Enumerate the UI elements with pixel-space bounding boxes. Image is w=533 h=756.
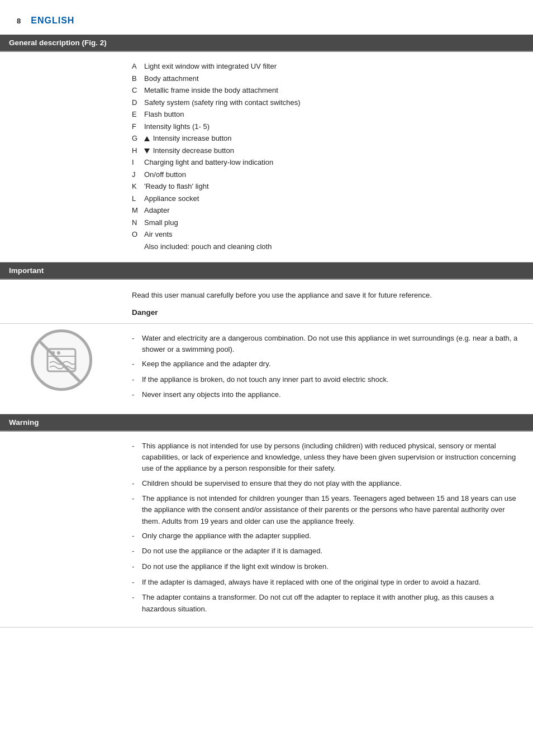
triangle-down-icon bbox=[144, 149, 150, 154]
general-desc-header-row: General description (Fig. 2) bbox=[0, 35, 533, 51]
appliance-icon bbox=[42, 341, 81, 380]
intensity-increase-label: Intensity increase button bbox=[153, 134, 232, 142]
list-item: -The appliance is not intended for child… bbox=[132, 493, 524, 527]
intensity-decrease-label: Intensity decrease button bbox=[153, 146, 234, 155]
list-item-also-included: Also included: pouch and cleaning cloth bbox=[132, 241, 524, 252]
main-table: General description (Fig. 2) ALight exit… bbox=[0, 35, 533, 628]
general-desc-content-row: ALight exit window with integrated UV fi… bbox=[0, 51, 533, 262]
danger-bullets-cell: -Water and electricity are a dangerous c… bbox=[123, 323, 533, 414]
warning-bullet-list: -This appliance is not intended for use … bbox=[132, 437, 524, 621]
important-content-row: Read this user manual carefully before y… bbox=[0, 279, 533, 323]
page-number: 8 bbox=[17, 17, 21, 25]
list-item: ALight exit window with integrated UV fi… bbox=[132, 61, 524, 72]
list-item: -Never insert any objects into the appli… bbox=[132, 389, 524, 401]
danger-icon-cell bbox=[0, 323, 123, 414]
important-intro: Read this user manual carefully before y… bbox=[132, 285, 524, 304]
list-item: CMetallic frame inside the body attachme… bbox=[132, 85, 524, 96]
list-item: -Do not use the appliance or the adapter… bbox=[132, 546, 524, 558]
list-item: -Keep the appliance and the adapter dry. bbox=[132, 358, 524, 371]
list-item: BBody attachment bbox=[132, 73, 524, 84]
list-item: FIntensity lights (1- 5) bbox=[132, 121, 524, 132]
danger-bullet-list: -Water and electricity are a dangerous c… bbox=[132, 329, 524, 408]
general-desc-right: ALight exit window with integrated UV fi… bbox=[123, 51, 533, 262]
list-item: OAir vents bbox=[132, 229, 524, 240]
list-item: EFlash button bbox=[132, 109, 524, 120]
important-left bbox=[0, 279, 123, 323]
warning-bullets-cell: -This appliance is not intended for use … bbox=[123, 431, 533, 627]
list-item: DSafety system (safety ring with contact… bbox=[132, 97, 524, 108]
list-item: -If the adapter is damaged, always have … bbox=[132, 577, 524, 589]
general-desc-header: General description (Fig. 2) bbox=[0, 35, 533, 51]
list-item: -Children should be supervised to ensure… bbox=[132, 478, 524, 490]
page-header: 8 ENGLISH bbox=[0, 11, 533, 35]
danger-subtitle: Danger bbox=[132, 308, 524, 317]
list-item: -If the appliance is broken, do not touc… bbox=[132, 374, 524, 386]
list-item-intensity-increase: G Intensity increase button bbox=[132, 133, 524, 144]
important-right: Read this user manual carefully before y… bbox=[123, 279, 533, 323]
important-header: Important bbox=[0, 262, 533, 280]
list-item-intensity-decrease: H Intensity decrease button bbox=[132, 145, 524, 156]
list-item: NSmall plug bbox=[132, 217, 524, 228]
svg-point-2 bbox=[51, 351, 55, 355]
desc-list: ALight exit window with integrated UV fi… bbox=[132, 58, 524, 256]
page: 8 ENGLISH General description (Fig. 2) A… bbox=[0, 0, 533, 639]
svg-point-3 bbox=[57, 351, 60, 355]
list-item: -This appliance is not intended for use … bbox=[132, 441, 524, 474]
list-item: -Do not use the appliance if the light e… bbox=[132, 561, 524, 573]
list-item: LAppliance socket bbox=[132, 193, 524, 204]
list-item: JOn/off button bbox=[132, 169, 524, 180]
list-item: MAdapter bbox=[132, 205, 524, 216]
danger-content-row: -Water and electricity are a dangerous c… bbox=[0, 323, 533, 414]
list-item: -Only charge the appliance with the adap… bbox=[132, 530, 524, 543]
warning-header-row: Warning bbox=[0, 414, 533, 432]
warning-left bbox=[0, 431, 123, 627]
general-desc-left bbox=[0, 51, 123, 262]
no-water-icon bbox=[31, 329, 92, 391]
warning-header: Warning bbox=[0, 414, 533, 432]
list-item: -Water and electricity are a dangerous c… bbox=[132, 333, 524, 355]
list-item: K'Ready to flash' light bbox=[132, 181, 524, 192]
page-language: ENGLISH bbox=[31, 16, 74, 26]
list-item: -The adapter contains a transformer. Do … bbox=[132, 592, 524, 614]
important-header-row: Important bbox=[0, 262, 533, 280]
triangle-up-icon bbox=[144, 136, 150, 141]
list-item: ICharging light and battery-low indicati… bbox=[132, 157, 524, 168]
warning-content-row: -This appliance is not intended for use … bbox=[0, 431, 533, 627]
